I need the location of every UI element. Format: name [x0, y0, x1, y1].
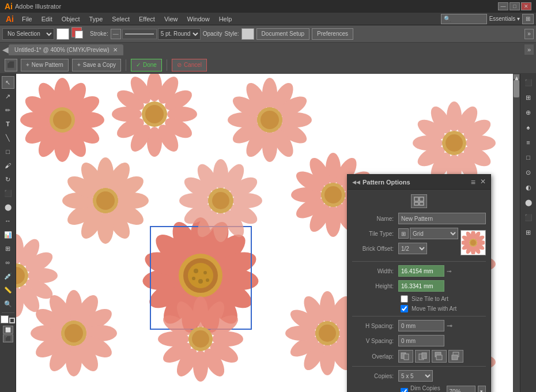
tool-rotate[interactable]: ↻	[2, 173, 14, 186]
tool-warp[interactable]: ⬤	[2, 201, 14, 213]
icon-btn[interactable]: ⊞	[522, 14, 534, 24]
right-btn-9[interactable]: ⬤	[522, 196, 535, 209]
stroke-tool[interactable]	[9, 318, 15, 323]
h-spacing-link[interactable]: ⊸	[447, 322, 452, 330]
separator1	[126, 59, 126, 71]
overlap-left-front[interactable]	[398, 350, 413, 363]
tool-measure[interactable]: 📏	[2, 284, 14, 296]
svg-rect-208	[420, 197, 424, 201]
tile-type-row: Tile Type: ⊞ Grid Brick Offset:	[352, 228, 486, 258]
tool-graph[interactable]: 📊	[2, 228, 14, 241]
tool-pen[interactable]: ✏	[2, 104, 14, 116]
tool-mesh[interactable]: ⊞	[2, 242, 14, 255]
menu-type[interactable]: Type	[85, 14, 108, 24]
tab-close-button[interactable]: ✕	[113, 47, 118, 53]
tool-paint[interactable]: 🖌	[2, 159, 14, 172]
save-copy-button[interactable]: + Save a Copy	[72, 59, 121, 71]
move-tile-btn[interactable]	[411, 194, 427, 208]
tool-eyedropper[interactable]: 💉	[2, 270, 14, 282]
right-btn-10[interactable]: ⬛	[522, 211, 535, 224]
overlap-right-front[interactable]	[415, 350, 430, 363]
menu-file[interactable]: File	[17, 14, 37, 24]
canvas-area[interactable]: ▲ ◀◀ Pattern Options ≡ ✕	[16, 74, 520, 392]
stroke-line-style[interactable]	[122, 29, 157, 39]
right-btn-5[interactable]: ≡	[522, 136, 535, 149]
height-input[interactable]	[398, 280, 444, 292]
doc-setup-button[interactable]: Document Setup	[256, 28, 310, 40]
scroll-up-arrow[interactable]: ▲	[514, 74, 519, 79]
menu-view[interactable]: View	[160, 14, 183, 24]
cancel-button[interactable]: ⊘ Cancel	[172, 59, 207, 71]
draw-inside[interactable]: ⬛	[3, 334, 13, 342]
right-btn-11[interactable]: ⊞	[522, 226, 535, 239]
preferences-button[interactable]: Preferences	[312, 28, 353, 40]
panel-collapse-arrow[interactable]: ◀◀	[352, 179, 360, 185]
dim-pct-input[interactable]	[447, 386, 475, 392]
tool-select[interactable]: ↖	[2, 76, 14, 89]
right-btn-3[interactable]: ⊕	[522, 106, 535, 119]
tool-divider	[2, 312, 14, 313]
tool-zoom[interactable]: 🔍	[2, 297, 14, 310]
style-label: Style:	[225, 31, 239, 37]
fill-swatch[interactable]	[56, 28, 69, 40]
tile-type-select[interactable]: Grid	[410, 228, 458, 239]
stroke-controls: — 5 pt. Round	[111, 28, 201, 40]
menu-effect[interactable]: Effect	[134, 14, 160, 24]
style-swatch[interactable]	[241, 28, 254, 40]
toolbar-more[interactable]: »	[524, 29, 534, 39]
scroll-thumb-v[interactable]	[514, 80, 519, 97]
tool-blend[interactable]: ∞	[2, 256, 14, 269]
copies-select[interactable]: 5 x 5	[398, 370, 433, 382]
tool-rect[interactable]: □	[2, 145, 14, 158]
right-btn-2[interactable]: ⊞	[522, 91, 535, 104]
overlap-row: Overlap:	[352, 350, 486, 363]
stroke-swatch-white[interactable]	[75, 31, 83, 39]
menu-edit[interactable]: Edit	[37, 14, 57, 24]
move-with-art-checkbox[interactable]	[401, 305, 408, 312]
nav-back[interactable]: ◀	[2, 45, 9, 54]
vertical-scrollbar[interactable]: ▲	[513, 74, 520, 392]
fill-tool[interactable]	[1, 315, 9, 323]
menu-select[interactable]: Select	[107, 14, 134, 24]
tab-more[interactable]: »	[524, 44, 534, 55]
dim-arrow-btn[interactable]: ▾	[478, 386, 486, 392]
overlap-top-front[interactable]	[432, 350, 447, 363]
panel-menu-icon[interactable]: ≡	[471, 178, 475, 187]
tool-width[interactable]: ↔	[2, 214, 14, 227]
tool-scale[interactable]: ⬛	[2, 187, 14, 199]
right-btn-4[interactable]: ♠	[522, 121, 535, 134]
tool-type[interactable]: T	[2, 118, 14, 130]
grid-icon: ⊞	[398, 228, 409, 239]
document-tab[interactable]: Untitled-1* @ 400% (CMYK/Preview) ✕	[9, 44, 123, 55]
dim-copies-checkbox[interactable]	[401, 388, 408, 393]
essentials-label[interactable]: Essentials ▾	[489, 16, 520, 22]
panel-close-icon[interactable]: ✕	[480, 178, 486, 187]
minimize-button[interactable]: —	[498, 2, 508, 10]
stroke-select[interactable]: 5 pt. Round	[158, 28, 201, 40]
width-input[interactable]	[398, 265, 444, 277]
overlap-bottom-front[interactable]	[448, 350, 463, 363]
right-btn-7[interactable]: ⊙	[522, 166, 535, 179]
new-pattern-button[interactable]: + New Pattern	[21, 59, 69, 71]
right-btn-8[interactable]: ◐	[522, 181, 535, 194]
menu-window[interactable]: Window	[183, 14, 214, 24]
right-btn-6[interactable]: □	[522, 151, 535, 164]
brick-offset-label: Brick Offset:	[352, 246, 398, 252]
tool-direct-select[interactable]: ↗	[2, 90, 14, 103]
name-input[interactable]	[398, 213, 486, 224]
maximize-button[interactable]: □	[509, 2, 520, 10]
v-spacing-input[interactable]	[398, 335, 444, 346]
menu-object[interactable]: Object	[57, 14, 85, 24]
done-button[interactable]: ✓ Done	[131, 59, 162, 71]
right-btn-1[interactable]: ⬛	[522, 76, 535, 89]
size-to-art-checkbox[interactable]	[401, 295, 408, 303]
link-icon[interactable]: ⊸	[447, 268, 451, 274]
tool-line[interactable]: ╲	[2, 131, 14, 144]
close-button[interactable]: ✕	[521, 2, 531, 10]
menu-help[interactable]: Help	[214, 14, 237, 24]
h-spacing-input[interactable]	[398, 320, 444, 331]
selection-dropdown[interactable]: No Selection	[2, 28, 54, 40]
brick-offset-select[interactable]: 1/2	[398, 243, 427, 254]
search-field[interactable]: 🔍	[441, 14, 487, 24]
draw-normal[interactable]: ⬜	[3, 326, 13, 334]
